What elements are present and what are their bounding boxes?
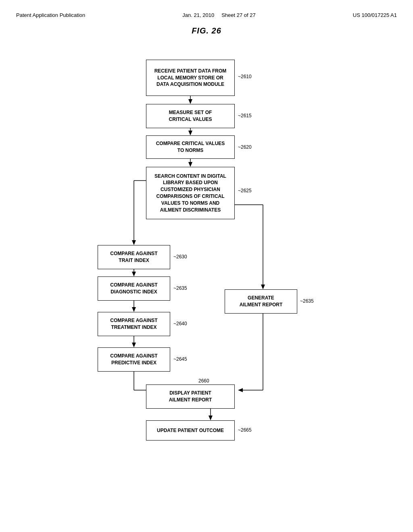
label-2610: ~2610: [238, 74, 252, 79]
box-2640: COMPARE AGAINST TREATMENT INDEX: [98, 312, 170, 336]
box-2665: UPDATE PATIENT OUTCOME: [146, 420, 235, 441]
box-2615: MEASURE SET OF CRITICAL VALUES: [146, 104, 235, 128]
label-2615: ~2615: [238, 113, 252, 118]
figure-title: FIG. 26: [16, 26, 397, 35]
svg-marker-20: [261, 285, 265, 289]
box-2645: COMPARE AGAINST PREDICTIVE INDEX: [98, 347, 170, 372]
header-right: US 100/017225 A1: [353, 12, 397, 18]
header-center: Jan. 21, 2010 Sheet 27 of 27: [182, 12, 255, 18]
box-2620: COMPARE CRITICAL VALUES TO NORMS: [146, 135, 235, 159]
label-2625: ~2625: [238, 188, 252, 193]
header-left: Patent Application Publication: [16, 12, 85, 18]
svg-marker-5: [188, 162, 192, 167]
svg-marker-25: [209, 416, 213, 420]
svg-marker-23: [238, 388, 243, 392]
label-2640: ~2640: [173, 321, 187, 326]
box-2610: RECEIVE PATIENT DATA FROM LOCAL MEMORY S…: [146, 60, 235, 96]
svg-marker-3: [188, 131, 192, 135]
svg-marker-10: [132, 272, 136, 276]
svg-marker-12: [132, 307, 136, 312]
box-2635-left: COMPARE AGAINST DIAGNOSTIC INDEX: [98, 276, 170, 301]
page: Patent Application Publication Jan. 21, …: [0, 0, 413, 532]
label-2620: ~2620: [238, 144, 252, 150]
svg-marker-8: [132, 240, 136, 245]
label-2630: ~2630: [173, 254, 187, 260]
box-2625: SEARCH CONTENT IN DIGITAL LIBRARY BASED …: [146, 167, 235, 219]
label-2645: ~2645: [173, 356, 187, 362]
label-2660-anno: 2660: [198, 378, 209, 384]
label-2665: ~2665: [238, 427, 252, 433]
box-2630: COMPARE AGAINST TRAIT INDEX: [98, 245, 170, 269]
label-2635-right: ~2635: [300, 298, 314, 304]
box-2635-right: GENERATE AILMENT REPORT: [225, 289, 297, 314]
flowchart-diagram: RECEIVE PATIENT DATA FROM LOCAL MEMORY S…: [65, 48, 348, 491]
label-2635-left: ~2635: [173, 285, 187, 291]
svg-marker-14: [132, 343, 136, 347]
svg-marker-1: [188, 99, 192, 104]
page-header: Patent Application Publication Jan. 21, …: [16, 12, 397, 18]
box-2660: DISPLAY PATIENT AILMENT REPORT: [146, 384, 235, 409]
